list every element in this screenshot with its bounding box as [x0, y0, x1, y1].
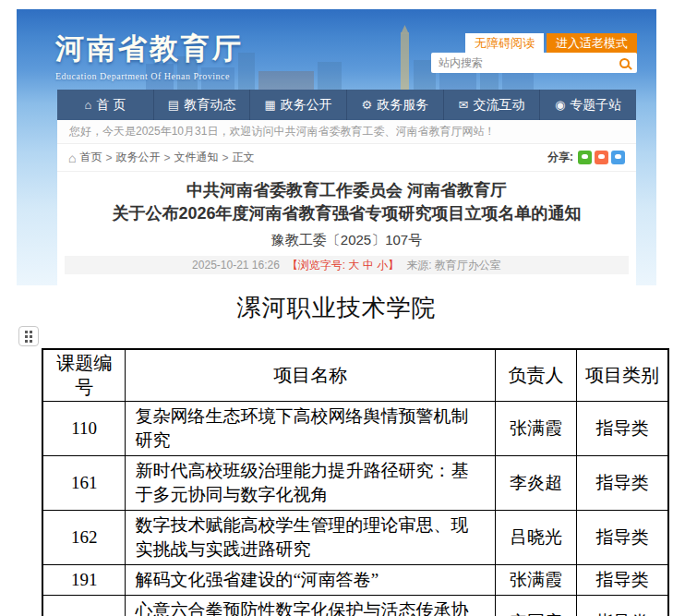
document-number: 豫教工委〔2025〕107号 [57, 232, 636, 249]
cell-leader: 李炎超 [496, 455, 577, 510]
header-project-code: 课题编号 [42, 349, 126, 401]
search-input[interactable] [439, 56, 616, 69]
nav-label: 专题子站 [570, 97, 621, 114]
breadcrumb-separator: > [105, 151, 112, 164]
greeting-bar: 您好，今天是2025年10月31日，欢迎访问中共河南省委教育工委、河南省教育厅网… [57, 120, 636, 144]
nav-label: 教育动态 [184, 97, 235, 114]
site-subtitle: Education Department Of Henan Province [55, 71, 244, 81]
table-row: 162 数字技术赋能高校学生管理的理论审思、现实挑战与实践进路研究 吕晓光 指导… [42, 510, 668, 564]
breadcrumb-item-home[interactable]: 首页 [79, 150, 102, 165]
nav-item-gov-disclosure[interactable]: ▦ 政务公开 [249, 90, 346, 120]
cell-category: 指导类 [576, 564, 668, 595]
cell-project-name: 复杂网络生态环境下高校网络舆情预警机制研究 [126, 401, 496, 455]
article-meta-bar: 2025-10-21 16:26 【浏览字号: 大 中 小】 来源: 教育厅办公… [65, 256, 629, 274]
breadcrumb-item-current: 正文 [233, 150, 255, 165]
nav-item-education-news[interactable]: ▤ 教育动态 [153, 90, 250, 120]
header-project-name: 项目名称 [126, 349, 496, 401]
cell-leader: 吕晓光 [496, 510, 577, 564]
nav-label: 政务公开 [281, 97, 332, 114]
cell-project-name: 数字技术赋能高校学生管理的理论审思、现实挑战与实践进路研究 [126, 510, 496, 564]
search-icon[interactable] [619, 58, 630, 68]
site-logo: 河南省教育厅 Education Department Of Henan Pro… [55, 30, 244, 81]
page-background: 河南省教育厅 Education Department Of Henan Pro… [17, 9, 656, 285]
cell-category: 指导类 [576, 510, 668, 564]
drag-handle-button[interactable] [18, 326, 39, 346]
site-title: 河南省教育厅 [55, 30, 244, 68]
header-leader: 负责人 [496, 349, 577, 401]
breadcrumb-separator: > [222, 151, 229, 164]
service-icon: ⚙ [362, 98, 373, 112]
table-row: 192 心意六合拳预防性数字化保护与活态传承协同机制研究 安国彦 指导类 [42, 595, 668, 616]
table-row: 161 新时代高校班级治理能力提升路径研究：基于多元协同与数字化视角 李炎超 指… [42, 455, 668, 510]
share-label: 分享: [547, 150, 573, 165]
cell-project-code: 110 [42, 401, 126, 455]
cell-project-code: 192 [42, 595, 126, 616]
cell-project-code: 162 [42, 510, 126, 564]
share-wechat-icon[interactable] [578, 151, 592, 164]
grid-dots-icon [25, 331, 32, 343]
cell-project-name: 心意六合拳预防性数字化保护与活态传承协同机制研究 [126, 595, 496, 616]
nav-item-interaction[interactable]: ✉ 交流互动 [443, 90, 540, 120]
cell-project-name: 解码文化强省建设的“河南答卷” [126, 564, 496, 595]
article-title-line2: 关于公布2026年度河南省教育强省专项研究项目立项名单的通知 [57, 202, 636, 225]
disclosure-icon: ▦ [265, 98, 276, 112]
table-header-row: 课题编号 项目名称 负责人 项目类别 [42, 349, 668, 401]
news-icon: ▤ [168, 98, 179, 112]
article-source: 来源: 教育厅办公室 [406, 258, 501, 273]
cell-leader: 安国彦 [496, 595, 577, 616]
share-bar: 分享: [547, 150, 625, 165]
subsite-icon: ◉ [555, 98, 565, 112]
share-qq-icon[interactable] [611, 151, 625, 164]
nav-item-subsites[interactable]: ◉ 专题子站 [539, 90, 636, 120]
nav-label: 交流互动 [473, 97, 524, 114]
header-category: 项目类别 [576, 349, 668, 401]
breadcrumb-separator: > [163, 151, 170, 164]
article-header: 中共河南省委教育工作委员会 河南省教育厅 关于公布2026年度河南省教育强省专项… [57, 172, 636, 274]
home-icon: ⌂ [84, 98, 91, 112]
college-section-title: 漯河职业技术学院 [0, 293, 673, 324]
elder-mode-button[interactable]: 进入适老模式 [547, 33, 637, 54]
table-row: 110 复杂网络生态环境下高校网络舆情预警机制研究 张满霞 指导类 [42, 401, 668, 455]
breadcrumb-bar: ⌂ 首页 > 政务公开 > 文件通知 > 正文 分享: [57, 144, 636, 172]
breadcrumb-item-disclosure[interactable]: 政务公开 [115, 150, 160, 165]
share-weibo-icon[interactable] [595, 151, 608, 164]
article-title-line1: 中共河南省委教育工作委员会 河南省教育厅 [57, 179, 636, 202]
accessibility-reading-button[interactable]: 无障碍阅读 [465, 33, 544, 54]
cell-leader: 张满霞 [496, 401, 577, 455]
nav-label: 首 页 [96, 97, 126, 114]
nav-item-home[interactable]: ⌂ 首 页 [57, 90, 153, 120]
breadcrumb-home-icon: ⌂ [68, 151, 76, 165]
cell-project-name: 新时代高校班级治理能力提升路径研究：基于多元协同与数字化视角 [126, 455, 496, 510]
site-search[interactable] [431, 53, 637, 73]
content-column: ⌂ 首 页 ▤ 教育动态 ▦ 政务公开 ⚙ 政务服务 ✉ 交流互动 ◉ 专题子站 [57, 90, 636, 285]
font-size-control[interactable]: 【浏览字号: 大 中 小】 [287, 258, 399, 273]
publish-time: 2025-10-21 16:26 [192, 259, 280, 272]
cell-project-code: 191 [42, 564, 126, 595]
breadcrumb-item-notices[interactable]: 文件通知 [174, 150, 219, 165]
main-nav: ⌂ 首 页 ▤ 教育动态 ▦ 政务公开 ⚙ 政务服务 ✉ 交流互动 ◉ 专题子站 [57, 90, 636, 120]
cell-category: 指导类 [576, 595, 668, 616]
project-table: 课题编号 项目名称 负责人 项目类别 110 复杂网络生态环境下高校网络舆情预警… [42, 348, 669, 616]
interaction-icon: ✉ [459, 98, 469, 112]
cell-category: 指导类 [576, 401, 668, 455]
nav-label: 政务服务 [377, 97, 428, 114]
site-banner: 河南省教育厅 Education Department Of Henan Pro… [17, 9, 656, 90]
cell-project-code: 161 [42, 455, 126, 510]
cell-category: 指导类 [576, 455, 668, 510]
nav-item-gov-service[interactable]: ⚙ 政务服务 [346, 90, 443, 120]
cell-leader: 张满霞 [496, 564, 577, 595]
table-row: 191 解码文化强省建设的“河南答卷” 张满霞 指导类 [42, 564, 668, 595]
